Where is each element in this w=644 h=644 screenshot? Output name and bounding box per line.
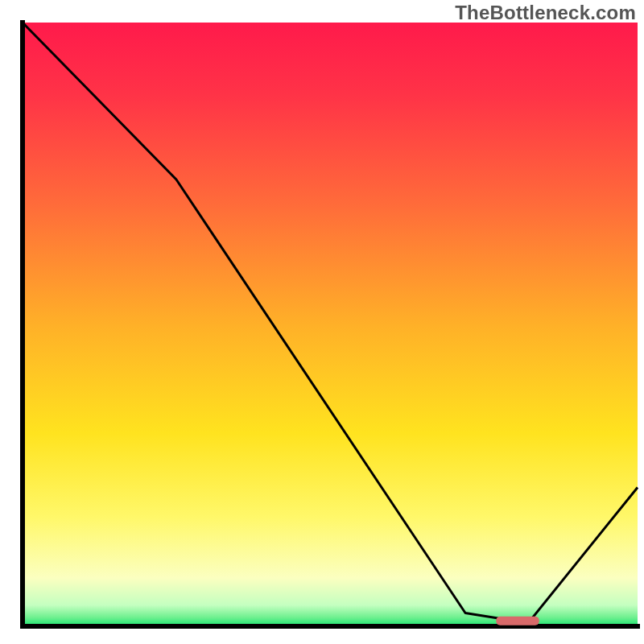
- plot-background: [23, 23, 638, 626]
- optimal-marker: [496, 617, 539, 625]
- chart-svg: [0, 0, 644, 644]
- chart-frame: TheBottleneck.com: [0, 0, 644, 644]
- watermark-text: TheBottleneck.com: [455, 2, 636, 24]
